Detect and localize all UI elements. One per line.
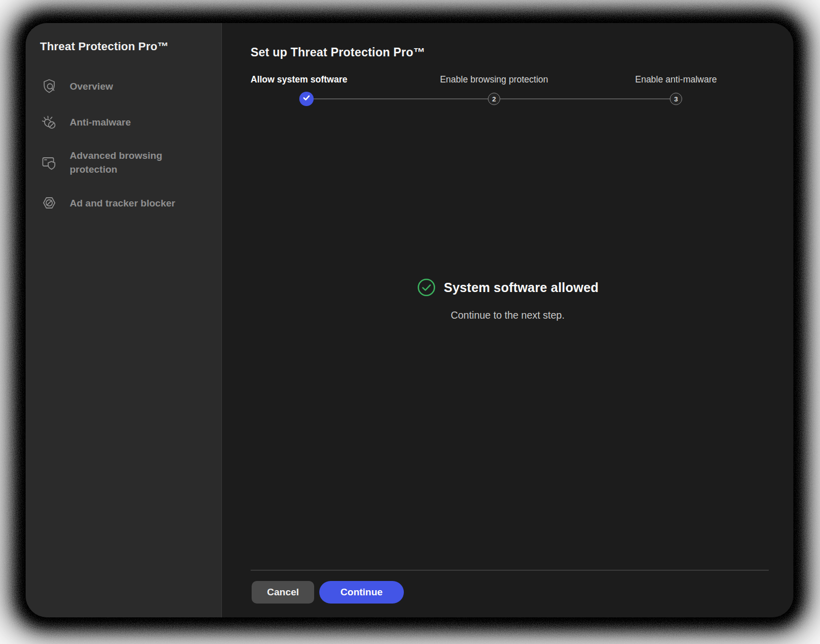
sidebar: Threat Protection Pro™ Overview bbox=[26, 23, 222, 617]
sidebar-item-label: Anti-malware bbox=[70, 115, 131, 129]
screenshot-stage: Threat Protection Pro™ Overview bbox=[0, 0, 820, 644]
step-label-enable-browsing-protection: Enable browsing protection bbox=[440, 74, 548, 85]
status-title: System software allowed bbox=[444, 280, 599, 295]
hexagon-block-icon bbox=[40, 194, 58, 212]
check-circle-icon bbox=[417, 278, 436, 297]
continue-button[interactable]: Continue bbox=[319, 581, 403, 604]
status-subtitle: Continue to the next step. bbox=[450, 309, 564, 321]
sidebar-item-label: Overview bbox=[70, 79, 113, 93]
step-1-completed-dot bbox=[299, 92, 314, 106]
check-icon bbox=[302, 94, 311, 103]
sidebar-item-label: Advanced browsing protection bbox=[70, 149, 211, 176]
footer-divider bbox=[251, 570, 769, 571]
sidebar-item-ad-tracker-blocker[interactable]: Ad and tracker blocker bbox=[40, 194, 211, 212]
sidebar-title: Threat Protection Pro™ bbox=[40, 40, 211, 53]
step-2-number: 2 bbox=[492, 95, 496, 103]
step-2-dot: 2 bbox=[488, 93, 500, 105]
sidebar-item-label: Ad and tracker blocker bbox=[70, 196, 175, 210]
sidebar-item-anti-malware[interactable]: Anti-malware bbox=[40, 113, 211, 131]
shield-search-icon bbox=[40, 77, 58, 95]
status-message: System software allowed Continue to the … bbox=[222, 278, 793, 321]
sidebar-item-overview[interactable]: Overview bbox=[40, 77, 211, 95]
main-panel: Set up Threat Protection Pro™ Allow syst… bbox=[222, 23, 793, 617]
bug-blocked-icon bbox=[40, 113, 58, 131]
footer-buttons: Cancel Continue bbox=[252, 581, 404, 604]
step-3-number: 3 bbox=[674, 95, 678, 103]
threat-protection-window: Threat Protection Pro™ Overview bbox=[26, 23, 793, 617]
step-label-enable-anti-malware: Enable anti-malware bbox=[635, 74, 717, 85]
step-label-allow-system-software: Allow system software bbox=[251, 74, 347, 85]
step-3-dot: 3 bbox=[670, 93, 682, 105]
sidebar-item-advanced-browsing-protection[interactable]: Advanced browsing protection bbox=[40, 149, 211, 176]
page-title: Set up Threat Protection Pro™ bbox=[251, 46, 425, 59]
browser-shield-icon bbox=[40, 153, 58, 172]
cancel-button[interactable]: Cancel bbox=[252, 581, 314, 604]
